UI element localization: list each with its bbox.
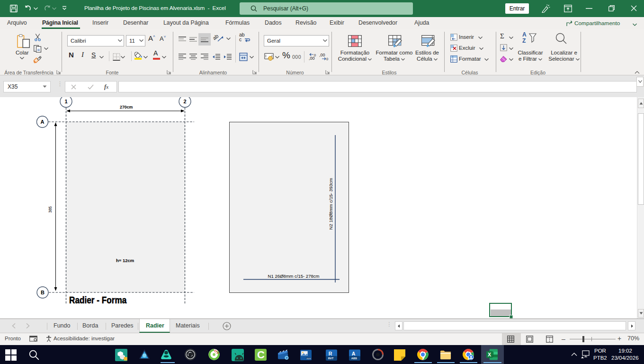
svg-text:2: 2	[183, 99, 186, 104]
svg-text:1: 1	[64, 99, 67, 104]
svg-text:A: A	[41, 119, 45, 125]
svg-text:N2 18Ø8mm c/15- 393cm: N2 18Ø8mm c/15- 393cm	[328, 178, 333, 230]
svg-text:h= 12cm: h= 12cm	[116, 258, 134, 263]
svg-text:ABS: ABS	[351, 357, 357, 360]
svg-text:270cm: 270cm	[120, 105, 133, 109]
svg-text:385: 385	[48, 206, 53, 213]
svg-text:N1 26Ø8mm c/15- 278cm: N1 26Ø8mm c/15- 278cm	[268, 273, 320, 279]
svg-text:0: 0	[314, 53, 316, 57]
svg-text:R: R	[329, 351, 332, 356]
svg-text:0: 0	[326, 57, 328, 61]
svg-text:Radier - Forma: Radier - Forma	[69, 294, 127, 305]
svg-text:A: A	[352, 351, 356, 356]
svg-text:X: X	[488, 352, 491, 357]
svg-text:B: B	[41, 290, 45, 295]
svg-text:RVT: RVT	[328, 357, 334, 360]
svg-text:2023: 2023	[306, 357, 311, 360]
svg-text:,00: ,00	[319, 53, 325, 57]
